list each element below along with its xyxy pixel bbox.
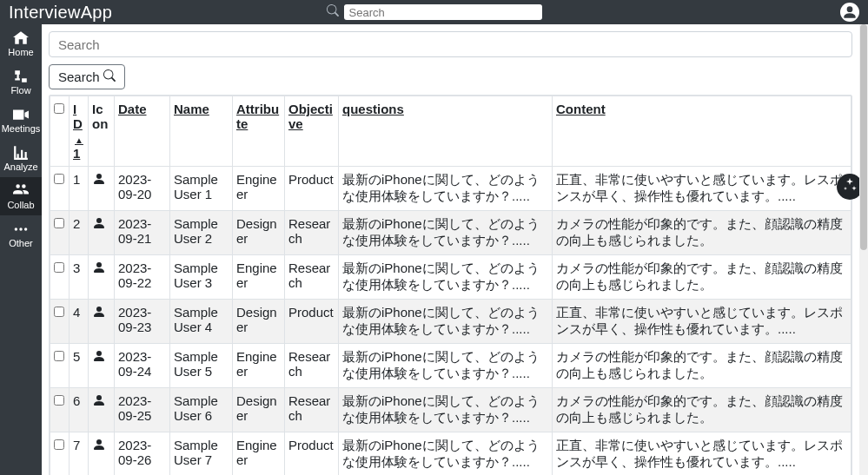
- cell-date: 2023-09-26: [115, 432, 170, 476]
- column-header-content[interactable]: Content: [553, 96, 851, 167]
- column-header-label: ID: [73, 102, 83, 131]
- cell-select: [50, 211, 70, 255]
- user-avatar[interactable]: [840, 3, 859, 22]
- cell-icon: [89, 211, 115, 255]
- table-wrap[interactable]: ID▲ 1 Icon Date Name Attribute Objective…: [49, 95, 852, 475]
- cell-icon: [89, 255, 115, 300]
- row-checkbox[interactable]: [54, 307, 64, 317]
- row-checkbox[interactable]: [54, 174, 64, 184]
- sidebar-item-other[interactable]: Other: [0, 215, 42, 254]
- table-row[interactable]: 12023-09-20Sample User 1EngineerProduct最…: [50, 167, 851, 211]
- table-row[interactable]: 62023-09-25Sample User 6DesignerResearch…: [50, 388, 851, 432]
- sidebar-item-label: Flow: [10, 85, 30, 96]
- cell-attribute: Engineer: [233, 167, 285, 211]
- sidebar-item-label: Home: [8, 47, 33, 57]
- cell-date: 2023-09-20: [115, 167, 170, 211]
- column-header-select[interactable]: [50, 96, 70, 167]
- page-scrollbar[interactable]: [859, 24, 868, 475]
- cell-select: [50, 300, 70, 344]
- cell-objective: Product: [285, 300, 339, 344]
- column-header-label: Icon: [92, 102, 108, 131]
- table-header-row: ID▲ 1 Icon Date Name Attribute Objective…: [50, 96, 851, 167]
- cell-questions: 最新のiPhoneに関して、どのような使用体験をしていますか？.....: [339, 167, 553, 211]
- sidebar-item-label: Other: [9, 238, 33, 248]
- svg-point-2: [24, 228, 27, 230]
- cell-questions: 最新のiPhoneに関して、どのような使用体験をしていますか？.....: [339, 211, 553, 255]
- sidebar-item-home[interactable]: Home: [0, 24, 42, 63]
- cell-id: 2: [70, 211, 89, 255]
- cell-objective: Research: [285, 344, 339, 388]
- search-button[interactable]: Search: [49, 64, 125, 89]
- cell-objective: Product: [285, 432, 339, 476]
- column-header-label: Date: [118, 102, 147, 116]
- scrollbar-thumb[interactable]: [860, 24, 867, 250]
- cell-objective: Research: [285, 388, 339, 432]
- search-button-label: Search: [58, 69, 100, 84]
- column-header-label: Content: [556, 102, 606, 116]
- column-header-objective[interactable]: Objective: [285, 96, 339, 167]
- top-search-wrap: [327, 4, 542, 20]
- cell-icon: [89, 167, 115, 211]
- cell-icon: [89, 388, 115, 432]
- cell-questions: 最新のiPhoneに関して、どのような使用体験をしていますか？.....: [339, 388, 553, 432]
- sidebar-item-collab[interactable]: Collab: [0, 177, 42, 215]
- cell-objective: Product: [285, 167, 339, 211]
- row-checkbox[interactable]: [54, 218, 64, 228]
- cell-content: カメラの性能が印象的です。また、顔認識の精度の向上も感じられました。: [553, 211, 851, 255]
- svg-point-0: [15, 228, 17, 230]
- cell-content: カメラの性能が印象的です。また、顔認識の精度の向上も感じられました。: [553, 388, 851, 432]
- column-header-date[interactable]: Date: [115, 96, 170, 167]
- user-icon: [92, 439, 106, 454]
- sparkle-icon: [843, 178, 857, 195]
- column-header-attribute[interactable]: Attribute: [233, 96, 285, 167]
- cell-select: [50, 344, 70, 388]
- column-header-id[interactable]: ID▲ 1: [70, 96, 89, 167]
- sidebar-item-flow[interactable]: Flow: [0, 63, 42, 101]
- table-row[interactable]: 32023-09-22Sample User 3EngineerResearch…: [50, 255, 851, 300]
- column-header-questions[interactable]: questions: [339, 96, 553, 167]
- cell-attribute: Designer: [233, 300, 285, 344]
- cell-content: 正直、非常に使いやすいと感じています。レスポンスが早く、操作性も優れています。.…: [553, 300, 851, 344]
- cell-content: 正直、非常に使いやすいと感じています。レスポンスが早く、操作性も優れています。.…: [553, 167, 851, 211]
- cell-id: 7: [70, 432, 89, 476]
- column-header-label: Objective: [288, 102, 333, 131]
- row-checkbox[interactable]: [54, 351, 64, 361]
- topbar: InterviewApp: [0, 0, 868, 24]
- cell-attribute: Designer: [233, 211, 285, 255]
- cell-questions: 最新のiPhoneに関して、どのような使用体験をしていますか？.....: [339, 432, 553, 476]
- cell-id: 5: [70, 344, 89, 388]
- user-icon: [92, 307, 106, 321]
- table-row[interactable]: 52023-09-24Sample User 5EngineerResearch…: [50, 344, 851, 388]
- user-icon: [92, 395, 106, 410]
- column-header-label: questions: [342, 102, 404, 116]
- filter-input[interactable]: [49, 31, 852, 57]
- row-checkbox[interactable]: [54, 395, 64, 406]
- row-checkbox[interactable]: [54, 439, 64, 450]
- cell-attribute: Engineer: [233, 255, 285, 300]
- top-search-input[interactable]: [344, 4, 542, 20]
- select-all-checkbox[interactable]: [54, 103, 64, 114]
- cell-attribute: Engineer: [233, 344, 285, 388]
- search-icon: [103, 69, 116, 84]
- sidebar: Home Flow Meetings Analyze Collab Other: [0, 24, 42, 475]
- cell-date: 2023-09-22: [115, 255, 170, 300]
- sidebar-item-analyze[interactable]: Analyze: [0, 139, 42, 177]
- cell-attribute: Engineer: [233, 432, 285, 476]
- user-icon: [92, 218, 106, 233]
- column-header-name[interactable]: Name: [170, 96, 233, 167]
- brand-title: InterviewApp: [9, 3, 112, 23]
- row-checkbox[interactable]: [54, 262, 64, 273]
- table-row[interactable]: 42023-09-23Sample User 4DesignerProduct最…: [50, 300, 851, 344]
- sidebar-item-meetings[interactable]: Meetings: [0, 101, 42, 139]
- cell-name: Sample User 5: [170, 344, 233, 388]
- cell-id: 3: [70, 255, 89, 300]
- cell-id: 4: [70, 300, 89, 344]
- cell-icon: [89, 344, 115, 388]
- cell-select: [50, 432, 70, 476]
- table-row[interactable]: 72023-09-26Sample User 7EngineerProduct最…: [50, 432, 851, 476]
- user-icon: [92, 174, 106, 188]
- cell-date: 2023-09-21: [115, 211, 170, 255]
- table-row[interactable]: 22023-09-21Sample User 2DesignerResearch…: [50, 211, 851, 255]
- column-header-icon: Icon: [89, 96, 115, 167]
- cell-attribute: Designer: [233, 388, 285, 432]
